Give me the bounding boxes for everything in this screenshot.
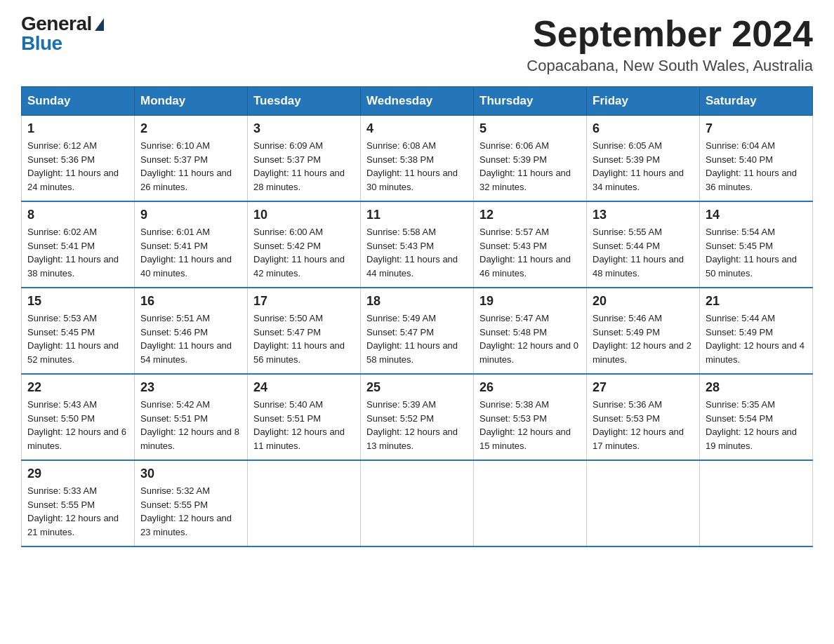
calendar-cell: 22Sunrise: 5:43 AMSunset: 5:50 PMDayligh… (22, 374, 135, 460)
day-number: 25 (366, 380, 468, 395)
header-thursday: Thursday (474, 87, 587, 116)
day-number: 13 (593, 208, 694, 222)
day-info: Sunrise: 5:49 AMSunset: 5:47 PMDaylight:… (366, 311, 468, 366)
calendar-cell: 30Sunrise: 5:32 AMSunset: 5:55 PMDayligh… (135, 460, 248, 546)
day-number: 9 (140, 208, 241, 222)
day-number: 1 (27, 121, 128, 136)
day-info: Sunrise: 6:00 AMSunset: 5:42 PMDaylight:… (253, 225, 355, 280)
calendar-cell: 19Sunrise: 5:47 AMSunset: 5:48 PMDayligh… (474, 288, 587, 374)
calendar-cell: 8Sunrise: 6:02 AMSunset: 5:41 PMDaylight… (22, 201, 135, 288)
calendar-cell: 3Sunrise: 6:09 AMSunset: 5:37 PMDaylight… (248, 116, 361, 202)
day-number: 2 (140, 121, 241, 136)
calendar-cell (587, 460, 700, 546)
day-number: 3 (253, 121, 355, 136)
calendar-cell: 9Sunrise: 6:01 AMSunset: 5:41 PMDaylight… (135, 201, 248, 288)
calendar-cell: 4Sunrise: 6:08 AMSunset: 5:38 PMDaylight… (361, 116, 474, 202)
calendar-cell: 15Sunrise: 5:53 AMSunset: 5:45 PMDayligh… (22, 288, 135, 374)
day-info: Sunrise: 5:54 AMSunset: 5:45 PMDaylight:… (706, 225, 807, 280)
day-info: Sunrise: 5:47 AMSunset: 5:48 PMDaylight:… (479, 311, 581, 366)
day-number: 15 (27, 294, 128, 309)
day-number: 6 (593, 121, 694, 136)
day-number: 21 (706, 294, 807, 309)
day-info: Sunrise: 5:51 AMSunset: 5:46 PMDaylight:… (140, 311, 241, 366)
calendar-cell: 18Sunrise: 5:49 AMSunset: 5:47 PMDayligh… (361, 288, 474, 374)
week-row-2: 8Sunrise: 6:02 AMSunset: 5:41 PMDaylight… (22, 201, 813, 288)
day-number: 12 (479, 208, 581, 222)
calendar-cell (361, 460, 474, 546)
day-info: Sunrise: 6:04 AMSunset: 5:40 PMDaylight:… (706, 139, 807, 194)
location-title: Copacabana, New South Wales, Australia (527, 57, 813, 75)
calendar-header-row: SundayMondayTuesdayWednesdayThursdayFrid… (22, 87, 813, 116)
day-info: Sunrise: 5:32 AMSunset: 5:55 PMDaylight:… (140, 484, 241, 539)
logo-general: General (21, 14, 92, 34)
calendar-cell: 20Sunrise: 5:46 AMSunset: 5:49 PMDayligh… (587, 288, 700, 374)
day-number: 18 (366, 294, 468, 309)
day-number: 23 (140, 380, 241, 395)
logo: General Blue (21, 14, 104, 53)
calendar-cell: 23Sunrise: 5:42 AMSunset: 5:51 PMDayligh… (135, 374, 248, 460)
day-number: 29 (27, 467, 128, 481)
calendar-cell: 12Sunrise: 5:57 AMSunset: 5:43 PMDayligh… (474, 201, 587, 288)
calendar-cell (248, 460, 361, 546)
day-info: Sunrise: 6:01 AMSunset: 5:41 PMDaylight:… (140, 225, 241, 280)
calendar: SundayMondayTuesdayWednesdayThursdayFrid… (21, 86, 813, 547)
day-info: Sunrise: 6:05 AMSunset: 5:39 PMDaylight:… (593, 139, 694, 194)
header-monday: Monday (135, 87, 248, 116)
day-number: 22 (27, 380, 128, 395)
day-info: Sunrise: 5:58 AMSunset: 5:43 PMDaylight:… (366, 225, 468, 280)
day-info: Sunrise: 5:43 AMSunset: 5:50 PMDaylight:… (27, 398, 128, 452)
day-number: 28 (706, 380, 807, 395)
calendar-cell: 6Sunrise: 6:05 AMSunset: 5:39 PMDaylight… (587, 116, 700, 202)
title-area: September 2024 Copacabana, New South Wal… (527, 14, 813, 75)
day-info: Sunrise: 5:40 AMSunset: 5:51 PMDaylight:… (253, 398, 355, 452)
day-info: Sunrise: 5:42 AMSunset: 5:51 PMDaylight:… (140, 398, 241, 452)
day-number: 4 (366, 121, 468, 136)
calendar-cell: 1Sunrise: 6:12 AMSunset: 5:36 PMDaylight… (22, 116, 135, 202)
calendar-cell: 21Sunrise: 5:44 AMSunset: 5:49 PMDayligh… (700, 288, 813, 374)
calendar-cell: 25Sunrise: 5:39 AMSunset: 5:52 PMDayligh… (361, 374, 474, 460)
day-number: 17 (253, 294, 355, 309)
header: General Blue September 2024 Copacabana, … (21, 14, 813, 75)
day-info: Sunrise: 5:53 AMSunset: 5:45 PMDaylight:… (27, 311, 128, 366)
week-row-5: 29Sunrise: 5:33 AMSunset: 5:55 PMDayligh… (22, 460, 813, 546)
calendar-cell: 14Sunrise: 5:54 AMSunset: 5:45 PMDayligh… (700, 201, 813, 288)
day-info: Sunrise: 5:50 AMSunset: 5:47 PMDaylight:… (253, 311, 355, 366)
day-info: Sunrise: 5:33 AMSunset: 5:55 PMDaylight:… (27, 484, 128, 539)
calendar-cell (474, 460, 587, 546)
calendar-cell: 17Sunrise: 5:50 AMSunset: 5:47 PMDayligh… (248, 288, 361, 374)
day-number: 24 (253, 380, 355, 395)
day-number: 16 (140, 294, 241, 309)
day-info: Sunrise: 5:36 AMSunset: 5:53 PMDaylight:… (593, 398, 694, 452)
header-wednesday: Wednesday (361, 87, 474, 116)
day-number: 19 (479, 294, 581, 309)
day-info: Sunrise: 6:02 AMSunset: 5:41 PMDaylight:… (27, 225, 128, 280)
day-number: 26 (479, 380, 581, 395)
calendar-cell: 5Sunrise: 6:06 AMSunset: 5:39 PMDaylight… (474, 116, 587, 202)
day-number: 8 (27, 208, 128, 222)
day-number: 7 (706, 121, 807, 136)
day-info: Sunrise: 5:44 AMSunset: 5:49 PMDaylight:… (706, 311, 807, 366)
logo-blue: Blue (21, 34, 62, 53)
calendar-cell: 10Sunrise: 6:00 AMSunset: 5:42 PMDayligh… (248, 201, 361, 288)
month-title: September 2024 (527, 14, 813, 54)
day-number: 20 (593, 294, 694, 309)
day-info: Sunrise: 5:35 AMSunset: 5:54 PMDaylight:… (706, 398, 807, 452)
header-tuesday: Tuesday (248, 87, 361, 116)
day-info: Sunrise: 6:09 AMSunset: 5:37 PMDaylight:… (253, 139, 355, 194)
day-number: 11 (366, 208, 468, 222)
week-row-4: 22Sunrise: 5:43 AMSunset: 5:50 PMDayligh… (22, 374, 813, 460)
day-info: Sunrise: 6:08 AMSunset: 5:38 PMDaylight:… (366, 139, 468, 194)
header-friday: Friday (587, 87, 700, 116)
header-sunday: Sunday (22, 87, 135, 116)
calendar-cell: 2Sunrise: 6:10 AMSunset: 5:37 PMDaylight… (135, 116, 248, 202)
day-info: Sunrise: 5:38 AMSunset: 5:53 PMDaylight:… (479, 398, 581, 452)
calendar-cell: 16Sunrise: 5:51 AMSunset: 5:46 PMDayligh… (135, 288, 248, 374)
day-info: Sunrise: 6:10 AMSunset: 5:37 PMDaylight:… (140, 139, 241, 194)
calendar-cell: 29Sunrise: 5:33 AMSunset: 5:55 PMDayligh… (22, 460, 135, 546)
calendar-cell: 11Sunrise: 5:58 AMSunset: 5:43 PMDayligh… (361, 201, 474, 288)
week-row-3: 15Sunrise: 5:53 AMSunset: 5:45 PMDayligh… (22, 288, 813, 374)
day-number: 5 (479, 121, 581, 136)
day-number: 30 (140, 467, 241, 481)
calendar-cell: 26Sunrise: 5:38 AMSunset: 5:53 PMDayligh… (474, 374, 587, 460)
day-number: 27 (593, 380, 694, 395)
